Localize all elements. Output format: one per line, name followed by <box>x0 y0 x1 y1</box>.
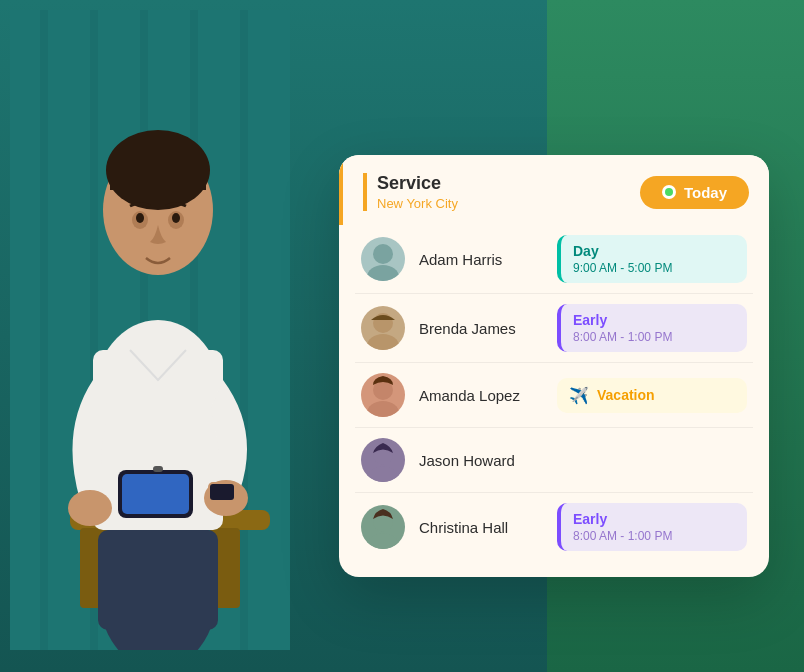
svg-point-32 <box>367 401 399 417</box>
table-row[interactable]: Amanda Lopez ✈️ Vacation <box>355 363 753 428</box>
shift-badge-early: Early 8:00 AM - 1:00 PM <box>557 304 747 352</box>
svg-point-34 <box>367 466 399 482</box>
employee-list: Adam Harris Day 9:00 AM - 5:00 PM Brenda… <box>339 225 769 577</box>
svg-rect-24 <box>153 466 163 472</box>
svg-point-36 <box>367 533 399 549</box>
svg-point-18 <box>136 213 144 223</box>
avatar <box>361 306 405 350</box>
table-row[interactable]: Jason Howard <box>355 428 753 493</box>
avatar <box>361 237 405 281</box>
svg-rect-15 <box>110 160 206 190</box>
employee-name: Adam Harris <box>419 251 549 268</box>
employee-name: Jason Howard <box>419 452 549 469</box>
svg-point-30 <box>367 334 399 350</box>
table-row[interactable]: Brenda James Early 8:00 AM - 1:00 PM <box>355 294 753 363</box>
svg-rect-23 <box>122 474 189 514</box>
person-illustration <box>10 10 360 650</box>
avatar <box>361 373 405 417</box>
employee-name: Christina Hall <box>419 519 549 536</box>
shift-label: Day <box>573 243 735 259</box>
svg-point-27 <box>373 244 393 264</box>
shift-label: Early <box>573 312 735 328</box>
shift-time: 9:00 AM - 5:00 PM <box>573 261 735 275</box>
card-header: Service New York City Today <box>339 155 769 225</box>
svg-point-19 <box>172 213 180 223</box>
employee-name: Brenda James <box>419 320 549 337</box>
svg-rect-5 <box>240 10 248 650</box>
avatar <box>361 505 405 549</box>
svg-rect-26 <box>210 484 234 500</box>
today-badge[interactable]: Today <box>640 176 749 209</box>
table-row[interactable]: Adam Harris Day 9:00 AM - 5:00 PM <box>355 225 753 294</box>
service-title: Service <box>377 173 458 194</box>
shift-label: Early <box>573 511 735 527</box>
service-subtitle: New York City <box>377 196 458 211</box>
scheduling-card: Service New York City Today Adam Harris … <box>339 155 769 577</box>
status-dot <box>662 185 676 199</box>
header-service-info: Service New York City <box>363 173 458 211</box>
shift-time: 8:00 AM - 1:00 PM <box>573 529 735 543</box>
today-label: Today <box>684 184 727 201</box>
svg-rect-10 <box>98 530 218 630</box>
svg-point-28 <box>367 265 399 281</box>
table-row[interactable]: Christina Hall Early 8:00 AM - 1:00 PM <box>355 493 753 561</box>
airplane-icon: ✈️ <box>569 386 589 405</box>
shift-label: Vacation <box>597 387 655 403</box>
shift-badge-day: Day 9:00 AM - 5:00 PM <box>557 235 747 283</box>
shift-time: 8:00 AM - 1:00 PM <box>573 330 735 344</box>
shift-badge-vacation: ✈️ Vacation <box>557 378 747 413</box>
svg-rect-1 <box>40 10 48 650</box>
svg-point-20 <box>68 490 112 526</box>
employee-name: Amanda Lopez <box>419 387 549 404</box>
shift-badge-early: Early 8:00 AM - 1:00 PM <box>557 503 747 551</box>
avatar <box>361 438 405 482</box>
